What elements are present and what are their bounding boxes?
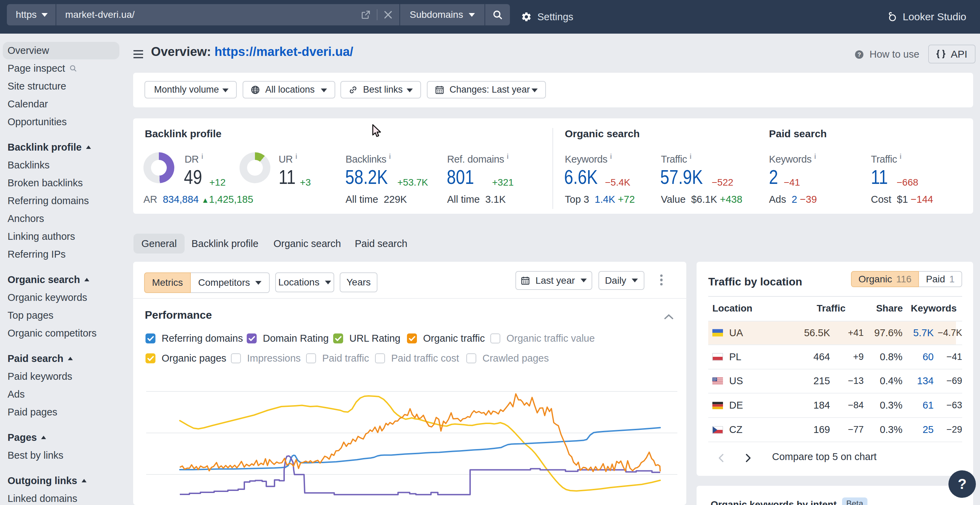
svg-text:?: ?	[858, 51, 861, 58]
